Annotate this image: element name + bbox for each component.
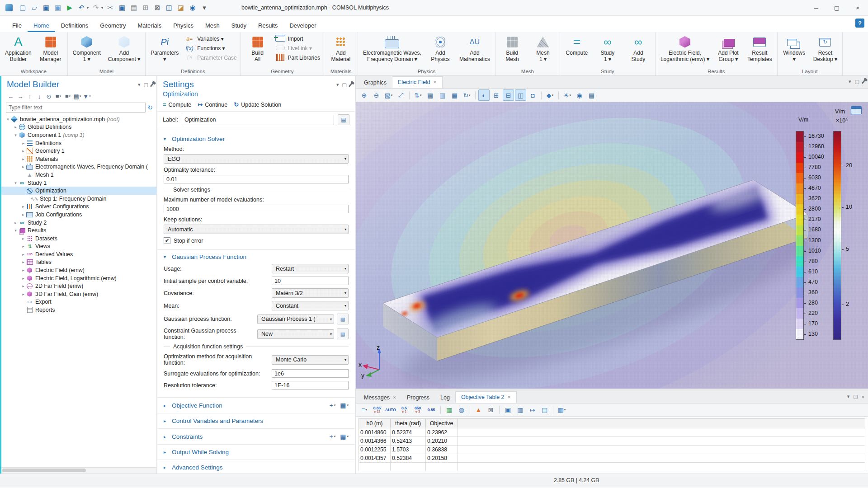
help-button[interactable]: ?: [855, 19, 864, 28]
menu-tab-physics[interactable]: Physics: [167, 19, 199, 32]
settings-continue-button[interactable]: ↦Continue: [198, 101, 227, 108]
new-file-button[interactable]: ▢: [17, 2, 28, 14]
menu-tab-geometry[interactable]: Geometry: [94, 19, 132, 32]
tree-item-electromagnetic-waves-frequency-domain[interactable]: ▸Electromagnetic Waves, Frequency Domain…: [1, 163, 156, 171]
section-advanced-settings[interactable]: ▸Advanced Settings: [157, 460, 355, 474]
section-control-variables-and-parameters[interactable]: ▸Control Variables and Parameters: [157, 413, 355, 429]
add-button[interactable]: +▾: [330, 433, 336, 440]
field-stop-if-error[interactable]: ✔Stop if error: [164, 237, 349, 244]
variables-button[interactable]: a=Variables ▾: [184, 35, 236, 43]
build-mesh-button[interactable]: BuildMesh: [497, 33, 527, 64]
tree-item-electric-field-logarithmic-emw[interactable]: ▸Electric Field, Logarithmic (emw): [1, 274, 156, 282]
maximize-button[interactable]: ▢: [826, 0, 847, 15]
menu-tab-home[interactable]: Home: [28, 19, 55, 32]
tree-expander-icon[interactable]: ▸: [20, 260, 26, 264]
expand-all-button[interactable]: ≡▾: [64, 92, 72, 101]
table-cell[interactable]: 0.52413: [391, 437, 426, 446]
tree-expander-icon[interactable]: ▸: [20, 149, 26, 153]
tree-item-bowtie-antenna-optimization-mph[interactable]: ▾bowtie_antenna_optimization.mph(root): [1, 115, 156, 123]
menu-tab-materials[interactable]: Materials: [132, 19, 167, 32]
add-mathematics-button[interactable]: ΔUAddMathematics: [456, 33, 493, 64]
part-libraries-button[interactable]: Part Libraries: [275, 54, 320, 62]
tree-item-step-1-frequency-domain[interactable]: ∿∿Step 1: Frequency Domain: [1, 195, 156, 203]
copy-table-button[interactable]: ▣: [502, 404, 514, 416]
plot-in-window-button[interactable]: ⊟: [503, 89, 514, 101]
menu-tab-results[interactable]: Results: [252, 19, 283, 32]
table-cell[interactable]: 0.20158: [426, 454, 458, 463]
settings-update-solution-button[interactable]: ↻Update Solution: [234, 101, 281, 108]
pin-panel-icon[interactable]: [862, 79, 866, 84]
component-1-button[interactable]: Component1 ▾: [70, 33, 104, 64]
table-row[interactable]: 0.00143570.523840.20158: [359, 454, 865, 463]
table-row[interactable]: 0.00122551.57030.36838: [359, 446, 865, 454]
menu-tab-definitions[interactable]: Definitions: [55, 19, 94, 32]
undo-button[interactable]: ↶: [76, 2, 87, 14]
save-as-button[interactable]: ▣: [52, 2, 63, 14]
redo-button-dropdown-icon[interactable]: ▾: [101, 6, 103, 10]
functions-button[interactable]: f(x)Functions ▾: [184, 44, 236, 52]
redo-button[interactable]: ↷: [90, 2, 101, 14]
table-cell[interactable]: 0.0014860: [359, 428, 391, 437]
tree-item-study-2[interactable]: ▸∞Study 2: [1, 219, 156, 227]
tree-expander-icon[interactable]: ▾: [5, 117, 11, 122]
move-up-button[interactable]: ↑: [26, 92, 34, 101]
field-constraint-gaussian-process-function-list-button[interactable]: ▤: [337, 328, 349, 339]
engineering-notation-button[interactable]: 850e-3: [411, 404, 424, 415]
view-xy-button[interactable]: ▤: [425, 89, 436, 101]
tree-item-job-configurations[interactable]: ▸Job Configurations: [1, 211, 156, 219]
locale-button[interactable]: ◍: [456, 404, 467, 416]
windows-button[interactable]: Windows▾: [779, 33, 809, 64]
print-button[interactable]: ▤: [586, 89, 597, 101]
table-cell[interactable]: 0.0012255: [359, 446, 391, 454]
matrix-button[interactable]: ▦▾: [340, 433, 349, 440]
move-down-button[interactable]: ↓: [35, 92, 43, 101]
label-field-input[interactable]: [182, 115, 334, 125]
tree-expander-icon[interactable]: ▸: [20, 276, 26, 281]
tab-graphics[interactable]: Graphics: [359, 77, 392, 88]
field-mean-dropdown[interactable]: Constant▾: [272, 301, 349, 310]
field-constraint-gaussian-process-function-dropdown[interactable]: New▾: [257, 329, 334, 339]
rename-label-button[interactable]: ▤: [338, 114, 349, 125]
panel-menu-icon[interactable]: ▾: [336, 82, 339, 88]
add-material-button[interactable]: AddMaterial: [326, 33, 356, 64]
copy-selection-button[interactable]: ▥: [514, 404, 526, 416]
tree-expander-icon[interactable]: ▸: [20, 292, 26, 296]
save-button[interactable]: ▣: [41, 2, 52, 14]
build-all-button[interactable]: BuildAll: [243, 33, 273, 64]
objective-table[interactable]: h0 (m)theta (rad)Objective0.00148600.523…: [359, 418, 865, 471]
field-keep-solutions-dropdown[interactable]: Automatic▾: [164, 225, 349, 234]
panel-menu-icon[interactable]: ▾: [138, 82, 141, 88]
section-output-while-solving[interactable]: ▸Output While Solving: [157, 445, 355, 460]
add-component-button[interactable]: AddComponent ▾: [105, 33, 143, 64]
reset-desktop-button[interactable]: ↻ResetDesktop ▾: [810, 33, 840, 64]
tree-expander-icon[interactable]: ▸: [13, 125, 19, 129]
tree-item-geometry-1[interactable]: ▸Geometry 1: [1, 147, 156, 155]
tab-progress[interactable]: Progress: [401, 392, 435, 403]
table-cell[interactable]: 0.52374: [391, 428, 426, 437]
field-resolution-tolerance-input[interactable]: 1E-16: [272, 381, 349, 389]
tree-item-global-definitions[interactable]: ▸Global Definitions: [1, 123, 156, 131]
tree-item-study-1[interactable]: ▾∞Study 1: [1, 179, 156, 187]
add-study-button[interactable]: ∞AddStudy: [623, 33, 653, 64]
tree-item-optimization[interactable]: Optimization: [1, 187, 156, 195]
field-optimization-method-for-acquisition-function-dropdown[interactable]: Monte Carlo▾: [272, 355, 349, 365]
table-cell[interactable]: 0.36838: [426, 446, 458, 454]
close-tab-icon[interactable]: ×: [508, 394, 511, 400]
application-builder-button[interactable]: AApplicationBuilder: [2, 33, 35, 64]
pin-panel-icon[interactable]: [349, 82, 353, 87]
clear-table-button[interactable]: ⊠: [485, 404, 496, 416]
tree-item-component-1[interactable]: ▾Component 1(comp 1): [1, 131, 156, 139]
tree-expander-icon[interactable]: ▸: [20, 164, 26, 169]
field-method-dropdown[interactable]: EGO▾: [164, 154, 349, 164]
zoom-in-button[interactable]: ⊕: [359, 89, 370, 101]
menu-tab-study[interactable]: Study: [226, 19, 252, 32]
tree-expander-icon[interactable]: ▾: [13, 133, 19, 137]
deselect-box-button[interactable]: ◪: [175, 2, 186, 14]
close-tab-icon[interactable]: ×: [434, 79, 437, 85]
add-plot-group-button[interactable]: Add PlotGroup ▾: [713, 33, 743, 64]
mesh-1-button[interactable]: Mesh1 ▾: [528, 33, 558, 64]
horizontal-scrollbar[interactable]: [1, 467, 156, 474]
graphics-canvas[interactable]: z x y V/m1673012960100407780603046703620…: [356, 102, 868, 389]
tree-item-datasets[interactable]: ▸Datasets: [1, 235, 156, 243]
tree-expander-icon[interactable]: ▸: [20, 212, 26, 217]
